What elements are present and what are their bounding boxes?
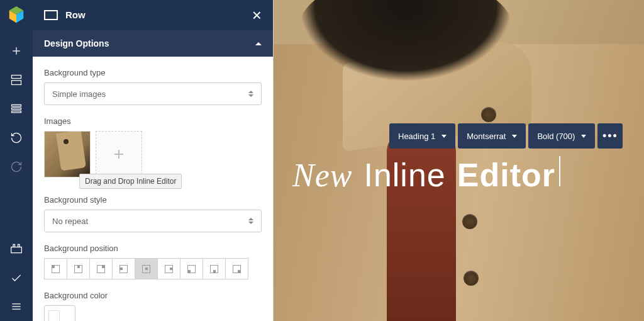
font-value: Montserrat [467, 132, 506, 141]
image-thumbnail[interactable] [44, 131, 91, 177]
pos-top-right[interactable] [89, 258, 113, 279]
bg-color-picker[interactable] [44, 305, 75, 321]
publish-icon[interactable] [0, 263, 33, 292]
bg-style-select[interactable]: No repeat [44, 210, 262, 232]
select-arrows-icon [248, 91, 253, 97]
tooltip: Drag and Drop Inline Editor [79, 174, 182, 189]
bg-type-label: Background type [44, 68, 262, 77]
chevron-down-icon [512, 135, 517, 138]
chevron-down-icon [441, 135, 447, 138]
bg-position-grid [44, 258, 262, 279]
svg-rect-8 [12, 108, 21, 110]
bg-type-select[interactable]: Simple images [44, 82, 262, 105]
pos-middle-right[interactable] [157, 258, 180, 279]
template-icon[interactable] [0, 65, 33, 94]
menu-icon[interactable] [0, 292, 33, 321]
heading-word-1: New [292, 157, 352, 194]
svg-rect-12 [18, 244, 20, 247]
svg-rect-10 [11, 247, 22, 253]
undo-icon[interactable] [0, 123, 33, 152]
panel-header: Row × [33, 0, 273, 30]
heading-select[interactable]: Heading 1 [389, 123, 455, 149]
font-weight-select[interactable]: Bold (700) [528, 123, 595, 149]
tree-view-icon[interactable] [0, 94, 33, 123]
bg-color-label: Background color [44, 291, 262, 300]
inline-text-toolbar: Heading 1 Montserrat Bold (700) ••• [389, 123, 623, 149]
pos-bottom-left[interactable] [180, 258, 203, 279]
select-arrows-icon [248, 218, 253, 224]
chevron-up-icon [255, 42, 262, 45]
bg-style-label: Background style [44, 195, 262, 205]
add-image-button[interactable]: + [96, 131, 142, 177]
more-options-button[interactable]: ••• [597, 123, 623, 149]
heading-word-2: Inline [364, 156, 445, 194]
settings-icon[interactable] [0, 234, 33, 263]
settings-panel: Row × Design Options Background type Sim… [33, 0, 274, 321]
weight-value: Bold (700) [537, 132, 575, 141]
editable-heading[interactable]: New Inline Editor [292, 156, 631, 194]
svg-rect-6 [12, 81, 21, 85]
svg-rect-5 [12, 76, 21, 79]
pos-bottom-center[interactable] [203, 258, 226, 279]
svg-rect-11 [13, 244, 15, 247]
font-family-select[interactable]: Montserrat [458, 123, 526, 149]
pos-top-left[interactable] [44, 258, 67, 279]
text-cursor [559, 156, 560, 186]
chevron-down-icon [581, 135, 586, 138]
heading-word-3: Editor [457, 156, 555, 194]
redo-icon[interactable] [0, 152, 33, 181]
row-icon [44, 10, 58, 20]
color-swatch [48, 310, 60, 321]
pos-bottom-right[interactable] [225, 258, 248, 279]
design-options-toggle[interactable]: Design Options [33, 30, 273, 57]
section-body: Background type Simple images Images + D… [33, 57, 273, 321]
svg-rect-7 [12, 104, 21, 106]
close-icon[interactable]: × [252, 7, 262, 23]
bg-type-value: Simple images [52, 89, 106, 99]
svg-rect-9 [12, 111, 21, 113]
panel-title: Row [65, 9, 252, 20]
left-rail [0, 0, 33, 321]
app-logo [7, 5, 26, 24]
pos-middle-left[interactable] [112, 258, 135, 279]
bg-style-value: No repeat [52, 217, 88, 226]
section-title: Design Options [44, 38, 109, 48]
pos-top-center[interactable] [67, 258, 90, 279]
heading-value: Heading 1 [398, 132, 435, 141]
add-element-icon[interactable] [0, 37, 33, 65]
bg-position-label: Background position [44, 244, 262, 253]
images-label: Images [44, 116, 262, 126]
pos-middle-center[interactable] [135, 258, 158, 279]
canvas[interactable]: Heading 1 Montserrat Bold (700) ••• New … [274, 0, 644, 321]
